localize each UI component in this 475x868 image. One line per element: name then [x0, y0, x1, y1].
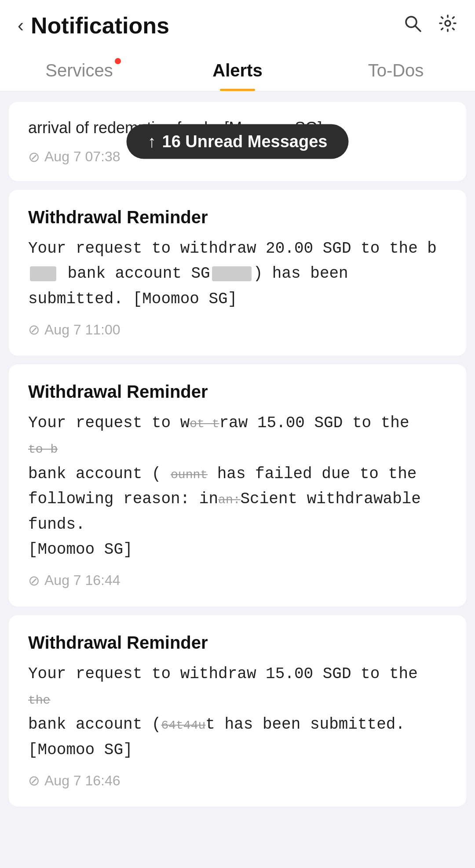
svg-point-2 — [445, 21, 450, 26]
notification-card-1: Withdrawal Reminder Your request to with… — [9, 190, 466, 356]
redacted-text-2 — [212, 266, 252, 281]
header-right — [403, 14, 457, 37]
services-dot — [115, 58, 121, 64]
tab-todos[interactable]: To-Dos — [317, 52, 475, 91]
card1-body: Your request to withdraw 20.00 SGD to th… — [28, 236, 447, 312]
settings-icon[interactable] — [438, 14, 457, 37]
notifications-content: arrival of redemption funds. [Moomoo SG]… — [0, 91, 475, 817]
card3-title: Withdrawal Reminder — [28, 633, 447, 653]
unread-messages-label: 16 Unread Messages — [162, 132, 328, 151]
notification-card-3: Withdrawal Reminder Your request to with… — [9, 615, 466, 806]
notification-card-2: Withdrawal Reminder Your request to wot … — [9, 364, 466, 607]
card2-title: Withdrawal Reminder — [28, 382, 447, 402]
top-partial-card: arrival of redemption funds. [Moomoo SG]… — [9, 102, 466, 181]
tabs-bar: Services Alerts To-Dos — [0, 47, 475, 91]
redacted-text-1 — [30, 266, 56, 281]
check-icon-2: ⊘ — [28, 572, 40, 589]
card2-body: Your request to wot traw 15.00 SGD to th… — [28, 410, 447, 563]
header-left: ‹ Notifications — [18, 12, 169, 39]
unread-messages-pill[interactable]: ↑ 16 Unread Messages — [127, 124, 349, 159]
page-title: Notifications — [31, 12, 169, 39]
tab-alerts[interactable]: Alerts — [158, 52, 317, 91]
card1-time: ⊘ Aug 7 11:00 — [28, 321, 447, 338]
header: ‹ Notifications — [0, 0, 475, 47]
search-icon[interactable] — [403, 14, 422, 37]
check-icon: ⊘ — [28, 149, 40, 165]
tab-services[interactable]: Services — [0, 52, 158, 91]
unread-arrow-icon: ↑ — [148, 132, 156, 151]
svg-line-1 — [415, 26, 420, 31]
card2-time: ⊘ Aug 7 16:44 — [28, 572, 447, 589]
check-icon-1: ⊘ — [28, 321, 40, 338]
card3-body: Your request to withdraw 15.00 SGD to th… — [28, 661, 447, 763]
card1-title: Withdrawal Reminder — [28, 207, 447, 227]
card3-time: ⊘ Aug 7 16:46 — [28, 772, 447, 789]
check-icon-3: ⊘ — [28, 772, 40, 789]
back-button[interactable]: ‹ — [18, 16, 24, 35]
